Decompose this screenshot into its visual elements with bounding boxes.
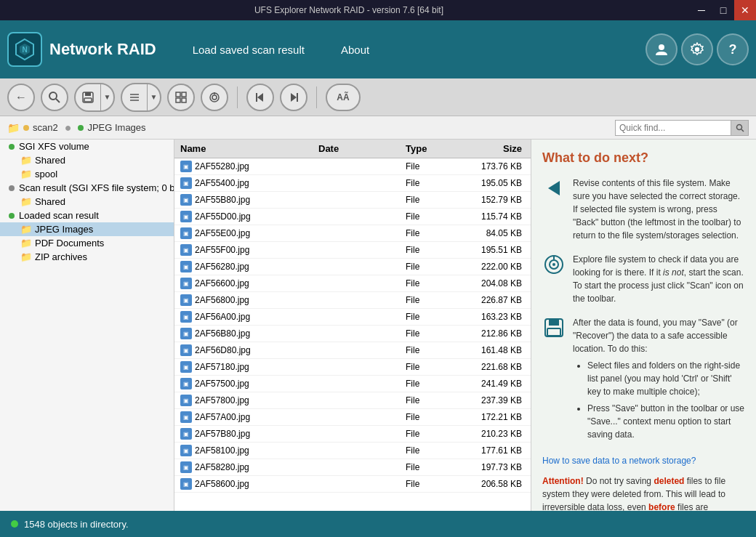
- tree-item-scan-result[interactable]: Scan result (SGI XFS file system; 0 byte…: [0, 181, 174, 195]
- header-nav: Load saved scan result About: [185, 40, 646, 60]
- attention-box: Attention! Do not try saving deleted fil…: [542, 475, 745, 511]
- back-arrow-icon: [542, 177, 566, 200]
- svg-rect-15: [182, 92, 186, 97]
- help-button[interactable]: ?: [717, 33, 749, 65]
- file-list-header: Name Date Type Size: [174, 140, 531, 158]
- attention-label: Attention!: [542, 476, 584, 486]
- close-button[interactable]: ✕: [734, 0, 756, 20]
- table-row[interactable]: ▣2AF56B80.jpgFile212.86 KB: [174, 326, 531, 342]
- table-row[interactable]: ▣2AF58280.jpgFile197.73 KB: [174, 459, 531, 476]
- window-controls: ─ □ ✕: [691, 0, 756, 20]
- next-button[interactable]: [280, 84, 307, 111]
- svg-rect-34: [547, 328, 560, 336]
- header-date[interactable]: Date: [313, 142, 400, 156]
- main-content: SGI XFS volume📁Shared📁spoolScan result (…: [0, 140, 756, 511]
- user-button[interactable]: [646, 33, 677, 65]
- svg-line-26: [741, 129, 744, 132]
- svg-line-7: [56, 99, 60, 102]
- header-actions: ?: [646, 33, 749, 65]
- quick-find-button[interactable]: [731, 120, 749, 136]
- back-button[interactable]: ←: [7, 84, 35, 111]
- svg-rect-14: [176, 92, 180, 97]
- tree-item-pdf-docs[interactable]: 📁PDF Documents: [0, 236, 174, 250]
- settings-button[interactable]: [681, 33, 713, 65]
- prev-button[interactable]: [246, 84, 274, 111]
- tree-item-jpeg-images[interactable]: 📁JPEG Images: [0, 222, 174, 236]
- save-button-group: ▼: [74, 83, 115, 112]
- tree-item-loaded-scan[interactable]: Loaded scan result: [0, 209, 174, 222]
- attention-before: before: [648, 502, 675, 511]
- tree-item-zip-archives[interactable]: 📁ZIP archives: [0, 250, 174, 264]
- status-bar: 1548 objects in directory.: [0, 511, 756, 537]
- view-button-group: ▼: [121, 83, 161, 112]
- table-row[interactable]: ▣2AF57500.jpgFile241.49 KB: [174, 376, 531, 392]
- table-row[interactable]: ▣2AF55400.jpgFile195.05 KB: [174, 175, 531, 192]
- table-row[interactable]: ▣2AF56A00.jpgFile163.23 KB: [174, 309, 531, 326]
- table-row[interactable]: ▣2AF56800.jpgFile226.87 KB: [174, 292, 531, 309]
- encoding-button[interactable]: AÃ: [326, 84, 361, 111]
- tree-item-spool[interactable]: 📁spool: [0, 167, 174, 181]
- svg-point-3: [659, 44, 664, 50]
- logo-icon: N: [7, 32, 42, 67]
- table-row[interactable]: ▣2AF55280.jpgFile173.76 KB: [174, 158, 531, 175]
- svg-point-19: [212, 95, 217, 100]
- header-size[interactable]: Size: [458, 142, 531, 156]
- table-row[interactable]: ▣2AF56280.jpgFile222.00 KB: [174, 259, 531, 275]
- svg-rect-10: [84, 98, 92, 102]
- title-bar: UFS Explorer Network RAID - version 7.6 …: [0, 0, 756, 20]
- load-saved-nav[interactable]: Load saved scan result: [185, 40, 312, 60]
- table-row[interactable]: ▣2AF57800.jpgFile237.39 KB: [174, 392, 531, 409]
- minimize-button[interactable]: ─: [691, 0, 712, 20]
- svg-rect-24: [297, 93, 298, 102]
- table-row[interactable]: ▣2AF58100.jpgFile177.61 KB: [174, 443, 531, 459]
- scan-button[interactable]: [201, 84, 228, 111]
- view-dropdown-arrow[interactable]: ▼: [147, 84, 160, 110]
- right-panel: What to do next? Revise contents of this…: [531, 140, 756, 511]
- table-row[interactable]: ▣2AF56D80.jpgFile161.48 KB: [174, 342, 531, 359]
- tree-item-sgi-xfs[interactable]: SGI XFS volume: [0, 140, 174, 153]
- table-row[interactable]: ▣2AF57A00.jpgFile172.21 KB: [174, 409, 531, 426]
- grid-button[interactable]: [167, 84, 195, 111]
- svg-marker-23: [291, 93, 297, 102]
- toolbar-separator-2: [316, 86, 317, 108]
- file-list-body: ▣2AF55280.jpgFile173.76 KB▣2AF55400.jpgF…: [174, 158, 531, 511]
- breadcrumb-item-2[interactable]: JPEG Images: [87, 122, 145, 133]
- svg-point-30: [552, 263, 555, 266]
- save-icon: [542, 316, 566, 339]
- window-title: UFS Explorer Network RAID - version 7.6 …: [7, 5, 691, 15]
- file-panel: Name Date Type Size ▣2AF55280.jpgFile173…: [174, 140, 531, 511]
- save-dropdown-arrow[interactable]: ▼: [100, 84, 113, 110]
- breadcrumb-bar: 📁 scan2 ● JPEG Images: [0, 116, 756, 140]
- tree-item-shared-1[interactable]: 📁Shared: [0, 153, 174, 167]
- attention-deleted: deleted: [654, 476, 684, 486]
- header-type[interactable]: Type: [400, 142, 458, 156]
- breadcrumb-dot-1: [23, 125, 29, 131]
- svg-marker-27: [548, 181, 560, 195]
- maximize-button[interactable]: □: [712, 0, 734, 20]
- table-row[interactable]: ▣2AF55F00.jpgFile195.51 KB: [174, 242, 531, 259]
- svg-point-6: [49, 92, 57, 100]
- save-button[interactable]: [76, 84, 100, 110]
- table-row[interactable]: ▣2AF57B80.jpgFile210.23 KB: [174, 426, 531, 443]
- quick-find: [615, 120, 749, 136]
- table-row[interactable]: ▣2AF56600.jpgFile204.08 KB: [174, 275, 531, 292]
- quick-find-input[interactable]: [615, 120, 731, 136]
- view-button[interactable]: [122, 84, 147, 110]
- table-row[interactable]: ▣2AF55B80.jpgFile152.79 KB: [174, 192, 531, 209]
- search-button[interactable]: [41, 84, 68, 111]
- network-save-link[interactable]: How to save data to a network storage?: [542, 456, 745, 466]
- table-row[interactable]: ▣2AF55D00.jpgFile115.74 KB: [174, 209, 531, 225]
- scan-icon: [542, 253, 566, 276]
- table-row[interactable]: ▣2AF57180.jpgFile221.68 KB: [174, 359, 531, 376]
- about-nav[interactable]: About: [334, 40, 377, 60]
- breadcrumb-item-1[interactable]: scan2: [33, 122, 58, 133]
- header-name[interactable]: Name: [174, 142, 313, 156]
- right-panel-text-1: Revise contents of this file system. Mak…: [573, 177, 745, 242]
- table-row[interactable]: ▣2AF58600.jpgFile206.58 KB: [174, 476, 531, 493]
- tree-item-shared-2[interactable]: 📁Shared: [0, 195, 174, 209]
- svg-rect-9: [85, 92, 91, 96]
- table-row[interactable]: ▣2AF55E00.jpgFile84.05 KB: [174, 225, 531, 242]
- file-tree: SGI XFS volume📁Shared📁spoolScan result (…: [0, 140, 174, 511]
- right-panel-title: What to do next?: [542, 150, 745, 166]
- svg-marker-21: [257, 93, 263, 102]
